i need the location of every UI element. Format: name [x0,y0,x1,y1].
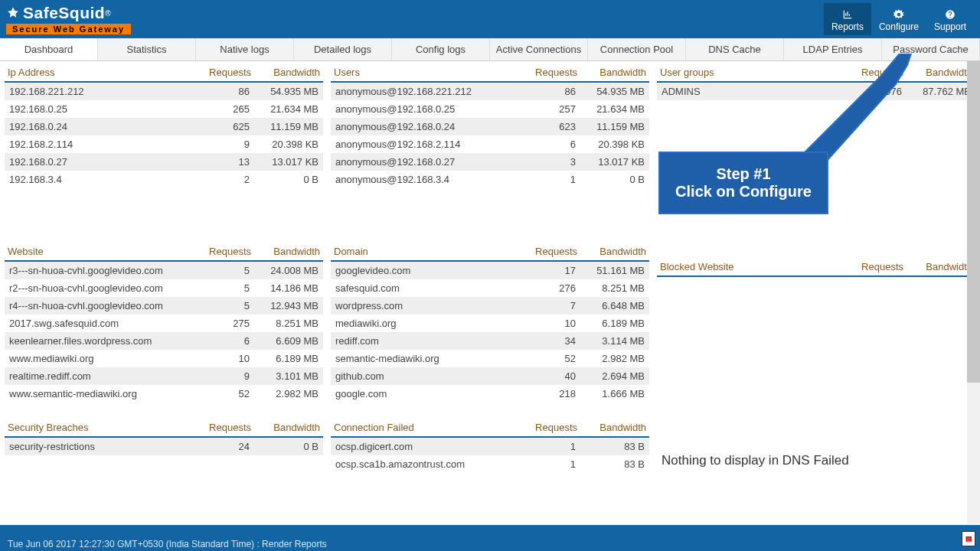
table-row[interactable]: anonymous@192.168.0.27313.017 KB [331,153,649,171]
chart-icon [831,8,864,21]
cell-bandwidth: 8.251 MB [250,318,318,329]
cell-requests: 10 [181,353,250,364]
nav-support[interactable]: Support [926,3,974,35]
col-blocked: Blocked Website [660,261,835,272]
cell-requests: 976 [833,86,902,97]
tab-dashboard[interactable]: Dashboard [0,38,98,60]
col-domain: Domain [334,246,508,257]
table-row[interactable]: keenlearner.files.wordpress.com66.609 MB [5,332,323,350]
cell-name: www.mediawiki.org [9,353,181,364]
table-row[interactable]: anonymous@192.168.0.2462311.159 MB [331,118,649,135]
col-breach: Security Breaches [8,422,182,433]
table-row[interactable]: anonymous@192.168.3.410 B [331,171,649,188]
table-row[interactable]: semantic-mediawiki.org522.982 MB [331,350,649,367]
logo-icon [6,6,20,20]
scroll-thumb[interactable] [967,61,980,383]
table-row[interactable]: wordpress.com76.648 MB [331,297,649,315]
panel-ip: Ip AddressRequestsBandwidth 192.168.221.… [5,64,323,188]
cell-requests: 9 [181,139,250,150]
cell-requests: 40 [507,370,576,382]
table-row[interactable]: safesquid.com2768.251 MB [331,279,649,297]
cell-requests: 13 [181,156,250,168]
cell-name: anonymous@192.168.221.212 [335,86,507,97]
table-row[interactable]: anonymous@192.168.2.114620.398 KB [331,135,649,153]
table-row[interactable]: r3---sn-huoa-cvhl.googlevideo.com524.008… [5,262,323,279]
table-row[interactable]: 192.168.0.2462511.159 MB [5,118,323,135]
table-row[interactable]: security-restrictions240 B [5,438,323,455]
scrollbar[interactable] [967,61,980,523]
topbar: SafeSquid ® Secure Web Gateway Reports C… [0,0,980,38]
table-row[interactable]: 192.168.0.271313.017 KB [5,153,323,171]
col-requests: Requests [182,67,251,78]
panel-groups: User groupsRequestsBandwidth ADMINS97687… [657,64,975,100]
cell-requests: 6 [507,139,576,150]
cell-name: ocsp.digicert.com [335,441,507,452]
cell-requests: 265 [181,103,250,115]
gears-icon [879,8,919,21]
cell-bandwidth: 11.159 MB [576,121,645,132]
table-row[interactable]: www.mediawiki.org106.189 MB [5,350,323,367]
tab-config-logs[interactable]: Config logs [392,38,490,60]
table-row[interactable]: anonymous@192.168.221.2128654.935 MB [331,83,649,100]
tab-statistics[interactable]: Statistics [98,38,196,60]
table-row[interactable]: r4---sn-huoa-cvhl.googlevideo.com512.943… [5,297,323,315]
cell-bandwidth: 11.159 MB [250,121,318,132]
callout-line1: Step #1 [716,165,770,183]
panel-domain: DomainRequestsBandwidth googlevideo.com1… [331,243,649,403]
tab-native-logs[interactable]: Native logs [196,38,294,60]
tab-ldap-entries[interactable]: LDAP Entries [784,38,882,60]
cell-requests: 5 [181,300,250,311]
cell-bandwidth: 3.114 MB [576,335,645,347]
cell-name: r4---sn-huoa-cvhl.googlevideo.com [9,300,181,311]
tab-connection-pool[interactable]: Connection Pool [588,38,686,60]
cell-requests: 3 [507,156,576,168]
cell-requests: 276 [507,282,576,294]
col-ip: Ip Address [8,67,182,78]
table-row[interactable]: anonymous@192.168.0.2525721.634 MB [331,100,649,118]
cell-requests: 5 [181,265,250,276]
pdf-icon[interactable]: ▤ [962,531,975,546]
nav-reports[interactable]: Reports [824,3,871,35]
cell-bandwidth: 87.762 MB [902,86,971,97]
question-icon [934,8,966,21]
col-website: Website [8,246,182,257]
tab-dns-cache[interactable]: DNS Cache [686,38,784,60]
table-row[interactable]: 192.168.221.2128654.935 MB [5,83,323,100]
cell-name: realtime.rediff.com [9,370,181,382]
table-row[interactable]: ocsp.digicert.com183 B [331,438,649,455]
table-row[interactable]: 192.168.0.2526521.634 MB [5,100,323,118]
col-cfail: Connection Failed [334,422,508,433]
table-row[interactable]: realtime.rediff.com93.101 MB [5,367,323,385]
cell-bandwidth: 2.694 MB [576,370,645,382]
cell-requests: 86 [507,86,576,97]
nav-reports-label: Reports [831,21,864,32]
table-row[interactable]: 2017.swg.safesquid.com2758.251 MB [5,315,323,332]
tab-active-connections[interactable]: Active Connections [490,38,588,60]
table-row[interactable]: 192.168.3.420 B [5,171,323,188]
tab-password-cache[interactable]: Password Cache [882,38,980,60]
cell-requests: 218 [507,388,576,399]
cell-name: googlevideo.com [335,265,507,276]
tabs: Dashboard Statistics Native logs Detaile… [0,38,980,61]
cell-name: wordpress.com [335,300,507,311]
table-row[interactable]: google.com2181.666 MB [331,385,649,403]
table-row[interactable]: ADMINS97687.762 MB [657,83,975,100]
table-row[interactable]: r2---sn-huoa-cvhl.googlevideo.com514.186… [5,279,323,297]
table-row[interactable]: ocsp.sca1b.amazontrust.com183 B [331,455,649,473]
cell-bandwidth: 12.943 MB [250,300,318,311]
cell-name: google.com [335,388,507,399]
table-row[interactable]: 192.168.2.114920.398 KB [5,135,323,153]
nav-configure[interactable]: Configure [871,3,926,35]
table-row[interactable]: github.com402.694 MB [331,367,649,385]
table-row[interactable]: www.semantic-mediawiki.org522.982 MB [5,385,323,403]
table-row[interactable]: mediawiki.org106.189 MB [331,315,649,332]
table-row[interactable]: rediff.com343.114 MB [331,332,649,350]
table-row[interactable]: googlevideo.com1751.161 MB [331,262,649,279]
cell-name: ocsp.sca1b.amazontrust.com [335,458,507,470]
cell-bandwidth: 21.634 MB [250,103,318,115]
cell-requests: 2 [181,174,250,185]
panel-website: WebsiteRequestsBandwidth r3---sn-huoa-cv… [5,243,323,403]
cell-name: safesquid.com [335,282,507,294]
tab-detailed-logs[interactable]: Detailed logs [294,38,392,60]
cell-name: 192.168.221.212 [9,86,181,97]
